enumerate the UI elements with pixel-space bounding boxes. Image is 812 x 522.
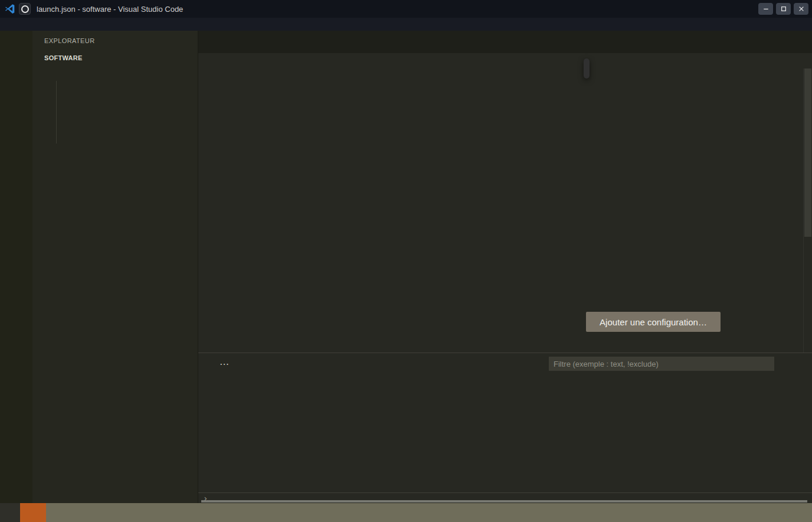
panel-more-icon[interactable]: ⋯ <box>220 358 230 370</box>
explorer-sidebar: EXPLORATEUR SOFTWARE <box>32 31 198 503</box>
editor-tab-bar <box>198 31 812 53</box>
workspace-section-header[interactable]: SOFTWARE <box>32 51 198 65</box>
remote-indicator[interactable] <box>20 503 46 522</box>
editor-actions <box>795 31 812 53</box>
window-title: launch.json - software - Visual Studio C… <box>37 5 183 14</box>
vscode-window: launch.json - software - Visual Studio C… <box>0 0 812 522</box>
minimap[interactable] <box>770 68 804 353</box>
debug-toolbar <box>584 58 590 79</box>
title-bar: launch.json - software - Visual Studio C… <box>0 0 812 18</box>
remote-icon <box>29 508 38 517</box>
maximize-button[interactable] <box>776 3 791 15</box>
debug-console-filter-input[interactable] <box>549 357 774 371</box>
add-configuration-button[interactable]: Ajouter une configuration… <box>586 312 721 332</box>
status-bar <box>0 503 812 522</box>
panel-tab-bar: ⋯ <box>198 353 812 374</box>
breadcrumb[interactable] <box>198 53 812 68</box>
bottom-panel: ⋯ › <box>198 353 812 503</box>
statusbar-lead-segment <box>0 503 20 522</box>
minimize-button[interactable] <box>758 3 773 15</box>
workspace-name: SOFTWARE <box>44 54 83 61</box>
editor-area: Ajouter une configuration… ⋯ › <box>198 31 812 503</box>
debug-console-output[interactable] <box>198 374 812 492</box>
explorer-title: EXPLORATEUR <box>44 37 95 44</box>
editor-scrollbar[interactable] <box>804 68 811 237</box>
close-button[interactable] <box>794 3 808 15</box>
activity-bar <box>0 31 32 503</box>
panel-horizontal-scrollbar[interactable] <box>201 500 807 503</box>
explorer-more-actions-icon[interactable] <box>181 36 191 45</box>
menu-bar <box>0 18 812 31</box>
vscode-logo-icon <box>5 4 15 14</box>
code-editor[interactable]: Ajouter une configuration… <box>198 68 812 353</box>
chevron-down-icon <box>35 54 43 62</box>
app-icon <box>19 3 31 15</box>
window-controls <box>758 3 808 15</box>
